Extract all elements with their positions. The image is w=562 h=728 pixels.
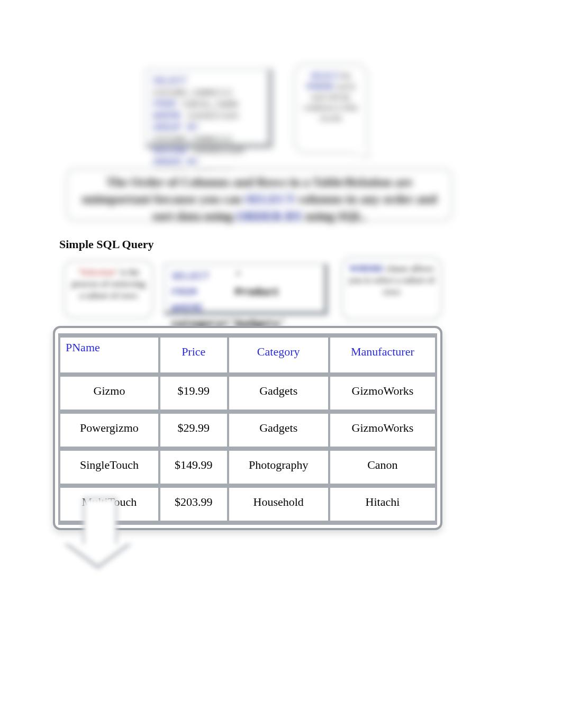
val: * [235,270,241,283]
kw-where: WHERE [153,111,182,121]
cell-manufacturer: GizmoWorks [330,377,435,410]
cell-category: Photography [229,451,328,484]
col-price: Price [160,338,227,372]
cell-price: $29.99 [160,414,227,447]
cell-price: $19.99 [160,377,227,410]
table-row: Powergizmo $29.99 Gadgets GizmoWorks [60,414,435,447]
syntax-line: HAVING condition [153,145,262,157]
bubble-text: the [342,72,351,80]
banner-text: using SQL. [305,209,366,223]
kw-from: FROM [171,286,197,298]
kw-from: FROM [153,99,176,110]
bubble-text: conditions to filter records [303,104,358,122]
val: table_name [182,99,239,110]
syntax-line: SELECT column_name(s) [153,75,262,98]
cell-price: $203.99 [160,488,227,521]
cell-pname: SingleTouch [60,451,158,484]
cell-price: $149.99 [160,451,227,484]
cell-category: Household [229,488,328,521]
kw-select: SELECT [245,192,295,206]
sql-syntax-card: SELECT column_name(s) FROM table_name WH… [146,69,273,148]
sql-example-card: SELECT * FROM Product WHERE category='Ga… [164,263,328,315]
kw-orderby: ORDER BY [236,209,302,223]
val: column_name(s) [153,134,233,144]
sql-line: FROM Product [171,285,318,301]
cell-category: Gadgets [229,414,328,447]
table-row: SingleTouch $149.99 Photography Canon [60,451,435,484]
callout-bubble: SELECT the WHERE can be used with the co… [294,63,368,153]
col-category: Category [229,338,328,372]
table-row: Gizmo $19.99 Gadgets GizmoWorks [60,377,435,410]
callout-selection: "Selection" is the process of retrieving… [64,260,153,319]
kw-select: SELECT [171,270,210,283]
product-table: PName Price Category Manufacturer Gizmo … [58,333,437,525]
kw-orderby: ORDER BY [153,157,198,168]
val: column_name(s) [153,87,233,98]
val: condition [193,145,244,156]
syntax-line: FROM table_name [153,98,262,110]
cell-pname: Powergizmo [60,414,158,447]
callout-keyword: "Selection" [77,267,118,277]
kw-where: WHERE [349,263,384,274]
cell-manufacturer: Canon [330,451,435,484]
kw-select: SELECT [311,72,340,80]
col-manufacturer: Manufacturer [330,338,435,372]
col-pname: PName [60,338,158,372]
callout-where: WHERE clause allows you to select a subs… [341,257,442,320]
down-arrow-icon [64,497,132,571]
kw-where: WHERE [306,83,334,90]
kw-where: WHERE [171,302,203,314]
cell-category: Gadgets [229,377,328,410]
syntax-line: WHERE condition [153,110,262,122]
cell-manufacturer: GizmoWorks [330,414,435,447]
sql-line: SELECT * [171,269,318,285]
info-banner: The Order of Columns and Rows in a Table… [66,168,452,221]
val: Product [235,286,279,298]
val: condition [187,111,239,121]
section-heading: Simple SQL Query [59,238,153,251]
table-header-row: PName Price Category Manufacturer [60,338,435,372]
cell-manufacturer: Hitachi [330,488,435,521]
kw-select: SELECT [153,76,187,86]
syntax-line: GROUP BY column_name(s) [153,122,262,145]
cell-pname: Gizmo [60,377,158,410]
kw-having: HAVING [153,145,187,156]
kw-groupby: GROUP BY [153,122,198,133]
